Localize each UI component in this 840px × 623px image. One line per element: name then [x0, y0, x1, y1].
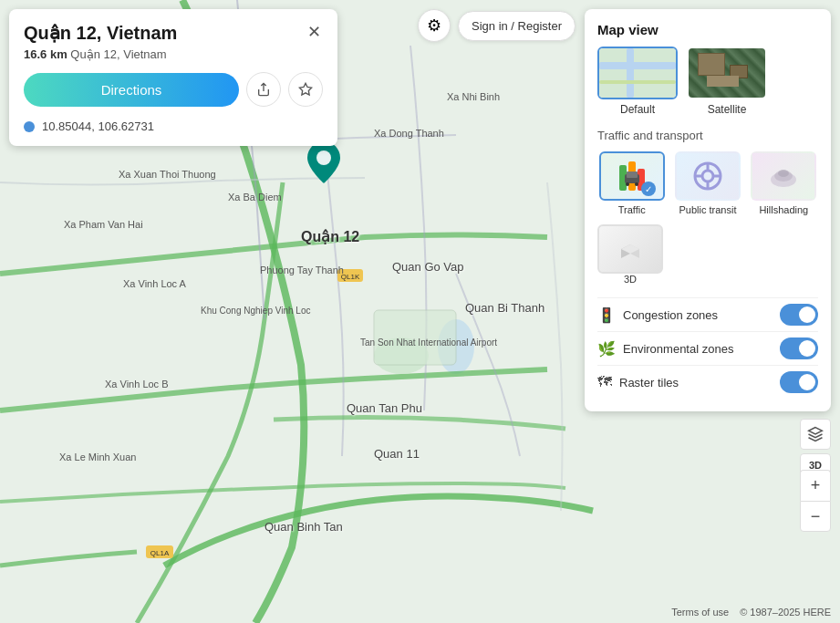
map-type-default[interactable]: Default [597, 47, 678, 116]
environmental-zones-toggle[interactable] [780, 337, 818, 359]
copyright-text: © 1987–2025 HERE [740, 607, 831, 618]
map-label-phuong-tay-thanh: Phuong Tay Thanh [260, 265, 344, 275]
layers-button[interactable] [800, 419, 831, 450]
layers-control: 3D [800, 419, 831, 477]
default-label: Default [620, 103, 655, 116]
map-label-xa-nhi-binh: Xa Nhi Binh [447, 91, 500, 102]
location-area: Quận 12, Vietnam [70, 47, 166, 61]
map-view-panel: Map view Default [585, 9, 831, 411]
transport-grid: ✓ Traffic Public transit [597, 151, 818, 215]
bookmark-button[interactable] [288, 72, 323, 107]
default-thumb [597, 47, 678, 99]
map-view-title: Map view [597, 22, 818, 37]
svg-marker-29 [809, 428, 823, 435]
action-buttons: Directions [24, 72, 323, 107]
location-subtitle: 16.6 km Quận 12, Vietnam [24, 47, 323, 61]
hillshading-thumb [751, 151, 816, 201]
traffic-label: Traffic [618, 204, 646, 215]
transit-label: Public transit [679, 204, 737, 215]
congestion-zones-left: 🚦 Congestion zones [597, 306, 718, 324]
map-type-grid: Default Satellite [597, 47, 818, 116]
map-label-tan-son-nhat: Tan Son Nhat International Airport [360, 337, 497, 348]
coords-dot [24, 121, 35, 132]
map-label-xa-xuan-thoi-thuong: Xa Xuan Thoi Thuong [119, 169, 216, 180]
environmental-zones-label: Environmental zones [623, 342, 733, 356]
svg-point-8 [316, 151, 331, 165]
environmental-zones-left: 🌿 Environmental zones [597, 340, 733, 358]
signin-button[interactable]: Sign in / Register [458, 11, 576, 41]
directions-button[interactable]: Directions [24, 73, 239, 107]
svg-point-25 [778, 170, 789, 177]
map-label-xa-ba-diem: Xa Ba Diem [228, 192, 282, 202]
raster-tiles-left: 🗺 Raster tiles [597, 374, 679, 390]
traffic-thumb: ✓ [599, 151, 665, 201]
terms-link[interactable]: Terms of use [671, 607, 729, 618]
map-label-quan-go-vap: Quan Go Vap [392, 260, 464, 274]
location-title: Quận 12, Vietnam [24, 22, 177, 44]
svg-point-15 [626, 182, 629, 186]
map-label-xa-vinh-loc-b: Xa Vinh Loc B [105, 379, 169, 389]
svg-text:QL1A: QL1A [150, 549, 170, 557]
top-right-controls: ⚙ Sign in / Register [418, 9, 576, 42]
hillshading-label: Hillshading [759, 204, 808, 215]
map-label-quan12: Quận 12 [301, 228, 359, 245]
transport-traffic[interactable]: ✓ Traffic [597, 151, 666, 215]
raster-tiles-row: 🗺 Raster tiles [597, 365, 818, 399]
location-card-header: Quận 12, Vietnam ✕ [24, 22, 323, 44]
environmental-icon: 🌿 [597, 340, 616, 358]
map-label-xa-le-minh-xuan: Xa Le Minh Xuan [59, 452, 136, 462]
raster-tiles-toggle[interactable] [780, 371, 818, 393]
map-label-xa-pham-van-hai: Xa Pham Van Hai [64, 219, 143, 230]
traffic-transport-title: Traffic and transport [597, 129, 818, 142]
coords-row: 10.85044, 106.62731 [24, 119, 323, 133]
map-pin[interactable] [307, 141, 340, 187]
zoom-in-button[interactable]: + [800, 470, 831, 501]
three-d-label: 3D [624, 274, 637, 285]
congestion-zones-toggle[interactable] [780, 304, 818, 326]
satellite-thumb [687, 47, 767, 99]
transit-thumb [675, 151, 741, 201]
congestion-icon: 🚦 [597, 306, 616, 324]
map-label-xa-vinh-loc-a: Xa Vinh Loc A [123, 278, 186, 289]
map-container[interactable]: QL1K QL1A Quận 12 Quan Go Vap Quan Bi Th… [0, 0, 840, 623]
zoom-out-button[interactable]: − [800, 501, 831, 532]
environmental-zones-row: 🌿 Environmental zones [597, 331, 818, 365]
transport-hillshading[interactable]: Hillshading [750, 151, 818, 215]
settings-button[interactable]: ⚙ [418, 9, 451, 42]
transport-transit[interactable]: Public transit [673, 151, 741, 215]
map-type-satellite[interactable]: Satellite [687, 47, 767, 116]
svg-point-16 [635, 182, 638, 186]
svg-marker-9 [299, 83, 311, 95]
map-label-quan-binh-thanh: Quan Bi Thanh [465, 301, 544, 315]
location-km: 16.6 km [24, 47, 67, 61]
zoom-controls: + − [800, 470, 831, 532]
map-label-khu-cong-nghiep: Khu Cong Nghiep Vinh Loc [201, 306, 310, 316]
map-label-quan-binh-tan: Quan Binh Tan [264, 520, 343, 534]
raster-tiles-label: Raster tiles [619, 376, 679, 389]
three-d-grid: 3D [597, 224, 818, 285]
three-d-thumb [597, 224, 663, 274]
map-footer: Terms of use © 1987–2025 HERE [671, 607, 831, 618]
close-button[interactable]: ✕ [306, 22, 323, 42]
coordinates-text: 10.85044, 106.62731 [42, 119, 154, 133]
congestion-zones-row: 🚦 Congestion zones [597, 297, 818, 331]
congestion-zones-label: Congestion zones [623, 308, 718, 322]
map-label-xa-dong-thanh: Xa Dong Thanh [374, 128, 444, 139]
svg-rect-14 [627, 171, 638, 178]
map-label-quan-tan-phu: Quan Tan Phu [347, 401, 422, 415]
map-label-quan-11: Quan 11 [374, 447, 420, 461]
raster-icon: 🗺 [597, 374, 612, 390]
share-button[interactable] [246, 72, 281, 107]
satellite-label: Satellite [708, 103, 747, 116]
location-card: Quận 12, Vietnam ✕ 16.6 km Quận 12, Viet… [9, 9, 337, 146]
svg-point-18 [702, 171, 713, 182]
transport-3d[interactable]: 3D [597, 224, 663, 285]
